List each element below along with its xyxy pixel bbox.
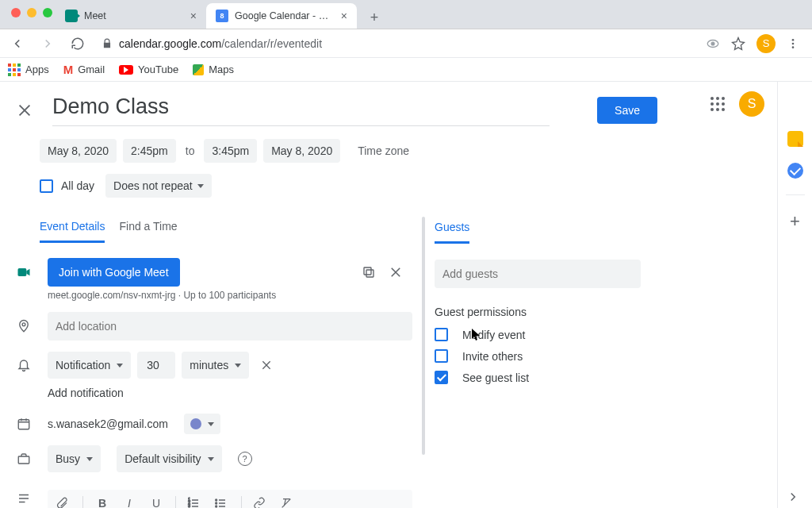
back-button[interactable] <box>6 33 29 55</box>
clear-formatting-button[interactable] <box>280 497 296 508</box>
reload-button[interactable] <box>67 33 89 55</box>
start-time-chip[interactable]: 2:45pm <box>123 139 176 163</box>
add-guests-input[interactable] <box>435 260 641 288</box>
description-box: B I U 123 <box>48 490 412 508</box>
svg-rect-9 <box>18 420 29 429</box>
bullet-list-button[interactable] <box>214 497 230 508</box>
close-event-button[interactable] <box>16 102 33 119</box>
save-button[interactable]: Save <box>597 97 657 124</box>
notification-type-select[interactable]: Notification <box>48 352 131 379</box>
remove-notification-button[interactable] <box>260 359 273 371</box>
bookmark-apps[interactable]: Apps <box>8 64 49 76</box>
close-icon[interactable]: × <box>341 10 347 22</box>
chevron-down-icon <box>208 422 214 426</box>
bookmark-label: Apps <box>25 64 49 75</box>
notification-value-input[interactable] <box>137 352 175 379</box>
window-close[interactable] <box>11 8 21 17</box>
address-bar[interactable]: calendar.google.com/calendar/r/eventedit <box>97 37 698 50</box>
calendar-app: S Demo Class Save May 8, 2020 2:45pm to … <box>0 82 812 508</box>
svg-point-1 <box>711 42 714 45</box>
tasks-icon[interactable] <box>787 163 803 179</box>
select-label: Busy <box>56 452 80 465</box>
tab-find-a-time[interactable]: Find a Time <box>119 220 177 243</box>
account-avatar[interactable]: S <box>739 91 764 117</box>
all-day-checkbox[interactable] <box>40 179 53 193</box>
end-time-chip[interactable]: 3:45pm <box>204 139 257 163</box>
bookmark-gmail[interactable]: M Gmail <box>63 63 105 76</box>
close-icon[interactable]: × <box>190 10 197 22</box>
underline-button[interactable]: U <box>148 497 164 508</box>
numbered-list-button[interactable]: 123 <box>187 497 203 508</box>
keep-icon[interactable] <box>787 131 803 147</box>
event-title-input[interactable]: Demo Class <box>52 94 550 126</box>
add-addon-button[interactable]: + <box>790 211 800 232</box>
calendar-color-select[interactable] <box>184 414 220 434</box>
start-date-chip[interactable]: May 8, 2020 <box>40 139 117 163</box>
bookmark-label: Gmail <box>78 64 105 75</box>
join-meet-button[interactable]: Join with Google Meet <box>48 258 180 287</box>
help-icon[interactable]: ? <box>238 452 252 466</box>
select-label: Default visibility <box>124 452 201 465</box>
location-icon <box>16 319 32 333</box>
modify-event-checkbox[interactable] <box>435 328 448 341</box>
meet-icon <box>16 264 32 280</box>
modify-event-label: Modify event <box>462 329 525 341</box>
bold-button[interactable]: B <box>94 497 110 508</box>
notification-unit-select[interactable]: minutes <box>182 352 249 379</box>
select-label: Notification <box>56 359 110 371</box>
attach-icon[interactable] <box>56 497 71 508</box>
forward-button[interactable] <box>36 33 59 55</box>
svg-point-2 <box>792 39 795 41</box>
tab-guests[interactable]: Guests <box>435 221 469 244</box>
svg-point-14 <box>216 499 217 501</box>
guest-permissions-title: Guest permissions <box>435 306 761 318</box>
star-icon[interactable] <box>731 37 745 51</box>
gmail-icon: M <box>63 63 74 76</box>
svg-point-4 <box>792 46 795 48</box>
description-icon <box>16 491 32 506</box>
see-guest-list-checkbox[interactable] <box>435 371 448 384</box>
window-maximize[interactable] <box>43 8 52 17</box>
end-date-chip[interactable]: May 8, 2020 <box>263 139 340 163</box>
select-label: minutes <box>190 359 228 371</box>
apps-icon <box>8 64 21 76</box>
calendar-email: s.wanasek2@gmail.com <box>48 418 168 430</box>
recurrence-select[interactable]: Does not repeat <box>105 174 212 198</box>
window-minimize[interactable] <box>27 8 36 17</box>
see-guest-list-label: See guest list <box>462 371 529 384</box>
copy-icon[interactable] <box>362 265 376 279</box>
eye-icon[interactable] <box>706 37 720 51</box>
browser-menu-icon[interactable] <box>787 37 799 50</box>
chevron-down-icon <box>86 457 93 461</box>
google-apps-icon[interactable] <box>710 97 725 111</box>
link-button[interactable] <box>253 497 269 508</box>
bookmark-youtube[interactable]: YouTube <box>119 64 178 75</box>
visibility-select[interactable]: Default visibility <box>117 445 221 472</box>
notification-icon <box>16 358 32 372</box>
tab-title: Meet <box>84 10 184 21</box>
tab-event-details[interactable]: Event Details <box>40 220 105 243</box>
bookmark-maps[interactable]: Maps <box>193 64 234 75</box>
location-input[interactable] <box>48 312 412 341</box>
calendar-icon: 8 <box>216 10 228 22</box>
tab-title: Google Calendar - Event details <box>235 10 335 21</box>
color-swatch <box>190 418 201 429</box>
new-tab-button[interactable]: + <box>363 6 385 29</box>
timezone-link[interactable]: Time zone <box>358 144 409 157</box>
browser-tab-calendar[interactable]: 8 Google Calendar - Event details × <box>206 3 357 29</box>
availability-select[interactable]: Busy <box>48 445 101 472</box>
browser-tab-meet[interactable]: Meet × <box>56 3 206 29</box>
bookmark-label: YouTube <box>138 64 178 75</box>
add-notification-link[interactable]: Add notification <box>48 387 412 399</box>
rail-divider <box>786 194 805 195</box>
browser-chrome: Meet × 8 Google Calendar - Event details… <box>0 0 812 29</box>
invite-others-checkbox[interactable] <box>435 349 448 363</box>
address-bar-row: calendar.google.com/calendar/r/eventedit… <box>0 29 812 58</box>
recurrence-label: Does not repeat <box>113 179 193 192</box>
svg-text:3: 3 <box>188 504 190 508</box>
profile-avatar[interactable]: S <box>756 34 776 53</box>
collapse-panel-button[interactable] <box>786 490 800 504</box>
remove-meet-icon[interactable] <box>389 265 403 279</box>
url-text: calendar.google.com/calendar/r/eventedit <box>119 37 322 50</box>
italic-button[interactable]: I <box>121 497 137 508</box>
